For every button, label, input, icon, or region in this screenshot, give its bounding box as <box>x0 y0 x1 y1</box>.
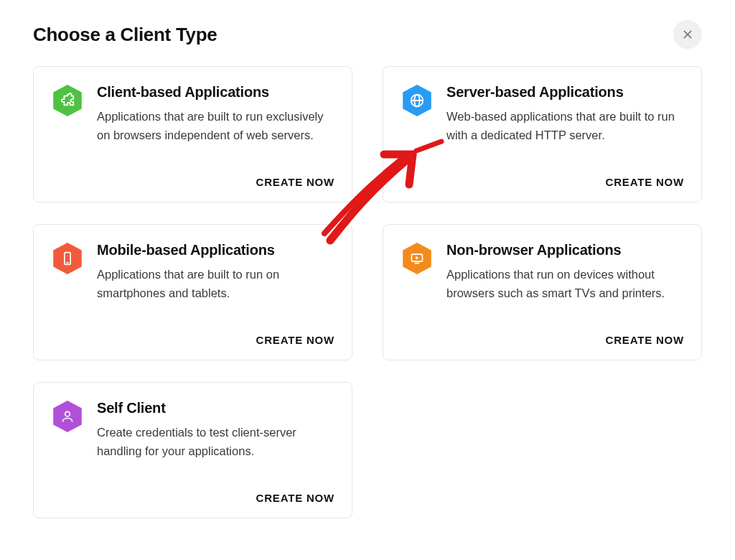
create-now-button[interactable]: CREATE NOW <box>256 176 334 188</box>
card-self-client[interactable]: Self Client Create credentials to test c… <box>33 382 352 518</box>
card-description: Applications that run on devices without… <box>446 266 684 302</box>
person-icon <box>51 400 84 433</box>
svg-marker-12 <box>416 256 418 260</box>
tv-icon <box>401 242 434 275</box>
card-description: Applications that are built to run exclu… <box>97 108 334 144</box>
page-title: Choose a Client Type <box>33 24 217 46</box>
mobile-icon <box>51 242 84 275</box>
puzzle-icon <box>51 84 84 117</box>
card-non-browser[interactable]: Non-browser Applications Applications th… <box>383 224 702 360</box>
svg-point-15 <box>65 411 70 416</box>
card-title: Self Client <box>97 400 334 416</box>
client-type-grid: Client-based Applications Applications t… <box>33 66 702 518</box>
card-description: Create credentials to test client-server… <box>97 424 334 460</box>
create-now-button[interactable]: CREATE NOW <box>256 492 334 504</box>
card-title: Client-based Applications <box>97 84 334 101</box>
card-mobile-based[interactable]: Mobile-based Applications Applications t… <box>33 224 352 360</box>
card-client-based[interactable]: Client-based Applications Applications t… <box>33 66 352 202</box>
card-description: Applications that are built to run on sm… <box>97 266 334 302</box>
globe-icon <box>401 84 434 117</box>
create-now-button[interactable]: CREATE NOW <box>256 334 334 346</box>
close-icon <box>682 29 693 40</box>
create-now-button[interactable]: CREATE NOW <box>606 176 684 188</box>
card-title: Mobile-based Applications <box>97 242 334 258</box>
card-server-based[interactable]: Server-based Applications Web-based appl… <box>383 66 702 202</box>
card-title: Server-based Applications <box>446 84 684 101</box>
create-now-button[interactable]: CREATE NOW <box>606 334 684 346</box>
card-description: Web-based applications that are built to… <box>446 108 684 144</box>
card-title: Non-browser Applications <box>446 242 684 258</box>
close-button[interactable] <box>673 20 702 49</box>
